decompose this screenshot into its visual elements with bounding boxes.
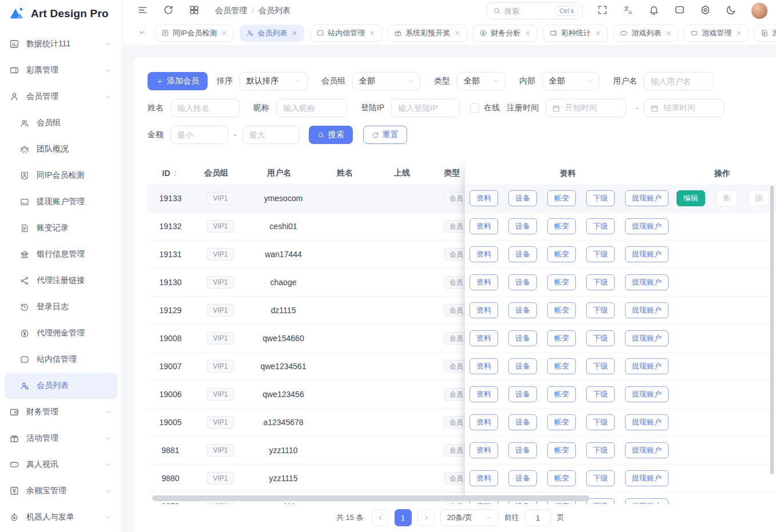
logo[interactable]: Art Design Pro	[0, 0, 122, 27]
start-date-input[interactable]: 开始时间	[546, 99, 626, 117]
record-button[interactable]: 提现账户	[625, 358, 668, 374]
record-button[interactable]: 资料	[469, 442, 498, 458]
sort-icon[interactable]	[172, 170, 179, 177]
close-icon[interactable]	[524, 30, 531, 37]
record-button[interactable]: 设备	[508, 330, 537, 346]
current-page-button[interactable]: 1	[395, 509, 412, 526]
nickname-input[interactable]	[276, 99, 347, 117]
close-icon[interactable]	[454, 30, 461, 37]
edit-button[interactable]: 编辑	[676, 190, 705, 206]
record-button[interactable]: 下级	[586, 498, 615, 504]
online-checkbox[interactable]	[470, 103, 479, 113]
tab[interactable]: 彩种统计	[543, 25, 608, 42]
record-button[interactable]: 资料	[469, 246, 498, 262]
sort-icon[interactable]	[229, 170, 237, 177]
sidebar-item[interactable]: 会员列表	[5, 373, 118, 399]
record-button[interactable]: 提现账户	[625, 246, 668, 262]
record-button[interactable]: 提现账户	[625, 442, 668, 458]
fullscreen-icon[interactable]	[597, 5, 608, 15]
breadcrumb-item[interactable]: 会员管理	[215, 6, 247, 16]
sidebar-item[interactable]: 机器人与发单	[5, 504, 118, 530]
sort-icon[interactable]	[411, 170, 419, 177]
search-input[interactable]	[504, 7, 555, 15]
sidebar-item[interactable]: 会员组	[5, 110, 118, 136]
record-button[interactable]: 资料	[469, 470, 498, 486]
internal-select[interactable]: 全部	[542, 72, 599, 90]
username-input[interactable]	[644, 72, 714, 90]
record-button[interactable]: 下级	[586, 330, 615, 346]
group-select[interactable]: 全部	[352, 72, 420, 90]
bell-icon[interactable]	[648, 5, 659, 15]
sort-select[interactable]: 默认排序	[240, 72, 308, 90]
sidebar-item[interactable]: 登录日志	[5, 294, 118, 320]
delete-button[interactable]: 删	[717, 190, 737, 206]
record-button[interactable]: 设备	[508, 358, 537, 374]
record-button[interactable]: 下级	[586, 218, 615, 234]
prev-page-button[interactable]	[372, 509, 389, 526]
record-button[interactable]: 下级	[586, 302, 615, 318]
record-button[interactable]: 帐变	[547, 246, 576, 262]
record-button[interactable]: 设备	[508, 190, 537, 206]
grid-icon[interactable]	[189, 5, 200, 15]
record-button[interactable]: 提现账户	[625, 414, 668, 430]
record-button[interactable]: 下级	[586, 386, 615, 402]
record-button[interactable]: 帐变	[547, 218, 576, 234]
close-icon[interactable]	[221, 30, 228, 37]
record-button[interactable]: 下级	[586, 274, 615, 290]
record-button[interactable]: 下级	[586, 246, 615, 262]
sidebar-item[interactable]: 同IP会员检测	[5, 162, 118, 189]
tab[interactable]: 会员列表	[240, 25, 304, 42]
avatar[interactable]	[751, 2, 768, 19]
global-search[interactable]: Ctrl k	[487, 2, 583, 19]
record-button[interactable]: 资料	[469, 358, 498, 374]
sidebar-item[interactable]: 代理注册链接	[5, 267, 118, 294]
kick-button[interactable]: 踢	[749, 190, 769, 206]
record-button[interactable]: 设备	[508, 470, 537, 486]
column-header[interactable]: 上线	[379, 168, 433, 178]
horizontal-scrollbar[interactable]	[152, 495, 590, 501]
type-select[interactable]: 全部	[457, 72, 506, 90]
sidebar-item[interactable]: 数据统计111	[5, 31, 118, 57]
record-button[interactable]: 资料	[469, 274, 498, 290]
record-button[interactable]: 资料	[469, 330, 498, 346]
record-button[interactable]: 提现账户	[625, 498, 668, 504]
record-button[interactable]: 帐变	[547, 274, 576, 290]
sidebar-item[interactable]: 站内信管理	[5, 346, 118, 373]
record-button[interactable]: 下级	[586, 358, 615, 374]
record-button[interactable]: 设备	[508, 386, 537, 402]
record-button[interactable]: 帐变	[547, 386, 576, 402]
record-button[interactable]: 资料	[469, 218, 498, 234]
goto-page-input[interactable]: 1	[525, 509, 551, 526]
sidebar-item[interactable]: 余额宝管理	[5, 478, 118, 504]
page-size-select[interactable]: 20条/页	[440, 509, 499, 526]
tab[interactable]: 游戏记录	[754, 25, 776, 42]
record-button[interactable]: 提现账户	[625, 190, 668, 206]
record-button[interactable]: 帐变	[547, 190, 576, 206]
tab[interactable]: 系统彩预开奖	[388, 25, 467, 42]
end-date-input[interactable]: 结束时间	[644, 99, 724, 117]
menu-icon[interactable]	[137, 5, 148, 15]
record-button[interactable]: 设备	[508, 218, 537, 234]
record-button[interactable]: 帐变	[547, 442, 576, 458]
close-icon[interactable]	[291, 30, 298, 37]
sidebar-item[interactable]: 真人视讯	[5, 451, 118, 478]
next-page-button[interactable]	[417, 509, 435, 526]
sidebar-item[interactable]: 账变记录	[5, 215, 118, 241]
sidebar-item[interactable]: 银行信息管理	[5, 241, 118, 267]
amount-max-input[interactable]	[242, 126, 299, 144]
name-input[interactable]	[170, 99, 240, 117]
sidebar-item[interactable]: 彩票管理	[5, 57, 118, 83]
reset-button[interactable]: 重置	[363, 126, 407, 144]
record-button[interactable]: 资料	[469, 386, 498, 402]
sidebar-item[interactable]: 财务管理	[5, 399, 118, 425]
record-button[interactable]: 帐变	[547, 470, 576, 486]
record-button[interactable]: 提现账户	[625, 470, 668, 486]
record-button[interactable]: 资料	[469, 414, 498, 430]
record-button[interactable]: 提现账户	[625, 302, 668, 318]
record-button[interactable]: 设备	[508, 274, 537, 290]
column-header[interactable]: 用户名	[248, 168, 319, 178]
sidebar-item[interactable]: 提现账户管理	[5, 189, 118, 215]
sort-icon[interactable]	[292, 170, 300, 177]
record-button[interactable]: 设备	[508, 302, 537, 318]
close-icon[interactable]	[369, 30, 376, 37]
